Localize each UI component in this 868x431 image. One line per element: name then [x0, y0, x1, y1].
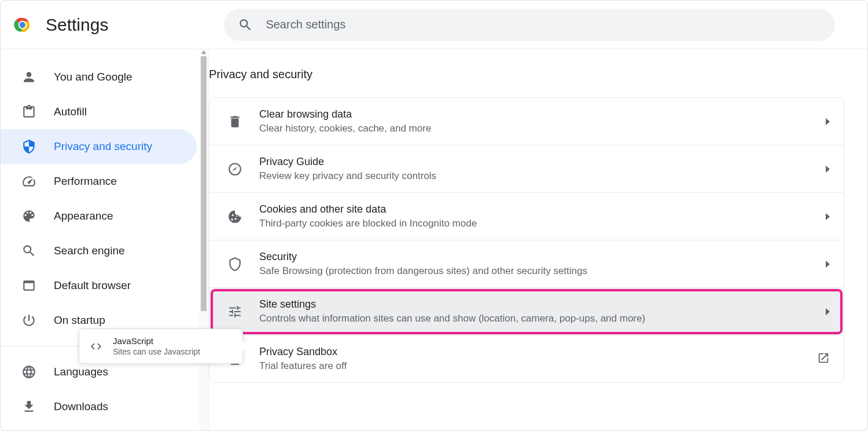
- sliders-icon: [227, 304, 243, 320]
- row-cookies[interactable]: Cookies and other site data Third-party …: [209, 193, 844, 240]
- sidebar-item-downloads[interactable]: Downloads: [1, 389, 197, 424]
- person-icon: [21, 70, 36, 85]
- row-title: Site settings: [259, 298, 826, 311]
- row-subtitle: Review key privacy and security controls: [259, 170, 826, 182]
- sidebar-item-performance[interactable]: Performance: [1, 164, 197, 199]
- chevron-right-icon: [826, 213, 830, 220]
- chevron-right-icon: [826, 261, 830, 268]
- search-input[interactable]: [266, 18, 821, 31]
- shield-icon: [21, 139, 36, 154]
- chevron-right-icon: [826, 166, 830, 173]
- sidebar-item-label: Downloads: [54, 400, 108, 413]
- search-icon: [238, 17, 253, 32]
- row-subtitle: Clear history, cookies, cache, and more: [259, 123, 826, 134]
- row-subtitle: Trial features are off: [259, 360, 817, 372]
- main-content: Privacy and security Clear browsing data…: [209, 49, 867, 430]
- row-privacy-guide[interactable]: Privacy Guide Review key privacy and sec…: [209, 145, 844, 193]
- sidebar-item-label: Search engine: [54, 244, 125, 257]
- power-icon: [21, 313, 36, 328]
- sidebar-item-you-and-google[interactable]: You and Google: [1, 60, 197, 94]
- row-title: Security: [259, 251, 826, 263]
- sidebar-item-privacy-security[interactable]: Privacy and security: [1, 129, 197, 164]
- sidebar: You and Google Autofill Privacy and secu…: [1, 49, 209, 430]
- chrome-logo-icon: [12, 14, 33, 35]
- row-subtitle: Controls what information sites can use …: [259, 313, 826, 324]
- sidebar-item-autofill[interactable]: Autofill: [1, 94, 197, 129]
- sidebar-item-appearance[interactable]: Appearance: [1, 199, 197, 233]
- tooltip-title: JavaScript: [113, 336, 200, 346]
- javascript-tooltip: JavaScript Sites can use Javascript: [79, 328, 243, 364]
- tooltip-subtitle: Sites can use Javascript: [113, 347, 200, 356]
- download-icon: [21, 399, 36, 414]
- row-title: Privacy Sandbox: [259, 346, 817, 358]
- sidebar-item-label: Autofill: [54, 105, 87, 118]
- section-title: Privacy and security: [209, 68, 844, 81]
- settings-card: Clear browsing data Clear history, cooki…: [209, 97, 844, 383]
- sidebar-item-label: On startup: [54, 314, 105, 327]
- svg-point-1: [20, 22, 25, 27]
- code-icon: [90, 340, 102, 353]
- browser-icon: [21, 278, 36, 293]
- sidebar-item-label: You and Google: [54, 71, 133, 83]
- globe-icon: [21, 364, 36, 379]
- cookie-icon: [227, 209, 243, 225]
- search-container[interactable]: [224, 9, 835, 41]
- palette-icon: [21, 209, 36, 224]
- row-security[interactable]: Security Safe Browsing (protection from …: [209, 240, 844, 288]
- row-privacy-sandbox[interactable]: Privacy Sandbox Trial features are off: [209, 335, 844, 382]
- sidebar-item-label: Privacy and security: [54, 140, 152, 153]
- row-subtitle: Safe Browsing (protection from dangerous…: [259, 265, 826, 277]
- shield-outline-icon: [227, 256, 243, 272]
- row-title: Privacy Guide: [259, 156, 826, 168]
- row-title: Clear browsing data: [259, 108, 826, 120]
- compass-icon: [227, 161, 243, 177]
- chevron-right-icon: [826, 118, 830, 125]
- scrollbar[interactable]: [199, 49, 208, 430]
- row-site-settings[interactable]: Site settings Controls what information …: [209, 288, 844, 335]
- sidebar-item-label: Languages: [54, 366, 108, 378]
- sidebar-item-label: Performance: [54, 175, 117, 188]
- scrollbar-up-arrow-icon[interactable]: [201, 50, 206, 54]
- search-icon: [21, 243, 36, 258]
- chevron-right-icon: [826, 308, 830, 315]
- row-title: Cookies and other site data: [259, 203, 826, 216]
- sidebar-item-search-engine[interactable]: Search engine: [1, 233, 197, 268]
- trash-icon: [227, 114, 243, 130]
- header: Settings: [1, 1, 867, 49]
- page-title: Settings: [46, 15, 108, 35]
- clipboard-icon: [21, 104, 36, 119]
- body-area: You and Google Autofill Privacy and secu…: [1, 49, 867, 430]
- scrollbar-thumb[interactable]: [201, 56, 207, 311]
- row-clear-browsing-data[interactable]: Clear browsing data Clear history, cooki…: [209, 98, 844, 145]
- sidebar-item-label: Default browser: [54, 279, 131, 292]
- sidebar-item-default-browser[interactable]: Default browser: [1, 268, 197, 303]
- speedometer-icon: [21, 174, 36, 189]
- row-subtitle: Third-party cookies are blocked in Incog…: [259, 218, 826, 229]
- sidebar-item-label: Appearance: [54, 210, 113, 222]
- open-external-icon: [817, 352, 830, 367]
